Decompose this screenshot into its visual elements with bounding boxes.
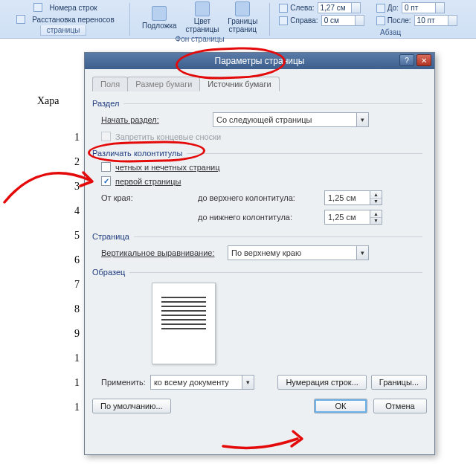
start-section-combo[interactable]: Со следующей страницы <box>213 112 369 127</box>
spacing-before: До: 0 пт <box>376 2 445 13</box>
suppress-endnotes-check <box>101 132 111 141</box>
tabs: Поля Размер бумаги Источник бумаги <box>92 77 427 91</box>
default-button[interactable]: По умолчанию... <box>92 399 171 413</box>
hyphen-label: Расстановка переносов <box>32 16 114 24</box>
pagecolor-icon <box>195 1 210 16</box>
sep <box>129 3 130 36</box>
valign-combo[interactable]: По верхнему краю <box>228 245 369 260</box>
indent-right-spin[interactable] <box>356 15 364 26</box>
group-caption-page: страницы <box>40 25 87 36</box>
start-section-value: Со следующей страницы <box>216 115 312 124</box>
first-page-check[interactable] <box>101 176 111 186</box>
indent-left-value[interactable]: 1,27 см <box>318 2 352 13</box>
preview-page <box>152 283 216 364</box>
close-button[interactable]: ✕ <box>416 54 431 66</box>
footer-distance-input[interactable]: 1,25 см <box>324 210 370 225</box>
watermark-label: Подложка <box>142 22 177 30</box>
odd-even-label: четных и нечетных страниц <box>115 163 219 172</box>
cancel-button[interactable]: Отмена <box>373 399 427 413</box>
dialog-titlebar[interactable]: Параметры страницы ? ✕ <box>85 53 434 69</box>
pageborders-icon <box>235 1 250 16</box>
line-numbers-button[interactable]: Нумерация строк... <box>277 375 366 390</box>
tab-paper-size[interactable]: Размер бумаги <box>127 77 200 91</box>
to-header-label: до верхнего колонтитула: <box>198 193 324 202</box>
indent-left: Слева: 1,27 см <box>279 2 360 13</box>
ok-button[interactable]: ОК <box>314 399 367 413</box>
apply-label: Применить: <box>101 378 146 387</box>
watermark-icon <box>152 6 167 21</box>
indent-left-icon <box>279 4 288 13</box>
header-distance-input[interactable]: 1,25 см <box>324 190 370 205</box>
pageborders-cmd[interactable]: Границы страниц <box>223 0 262 35</box>
after-value[interactable]: 10 пт <box>414 15 448 26</box>
page-setup-dialog: Параметры страницы ? ✕ Поля Размер бумаг… <box>84 52 435 455</box>
hyphenation-cmd[interactable] <box>12 13 32 25</box>
header-distance-spin[interactable]: ▲▼ <box>370 190 382 205</box>
indent-right: Справа: 0 см <box>279 15 364 26</box>
ribbon: Номера строк Расстановка переносов стран… <box>0 0 476 39</box>
first-page-label: первой страницы <box>115 177 181 186</box>
sep <box>269 3 270 36</box>
chevron-down-icon[interactable] <box>356 246 368 260</box>
spacing-after: После: 10 пт <box>376 15 457 26</box>
watermark-cmd[interactable]: Подложка <box>138 4 181 31</box>
indent-left-label: Слева: <box>290 4 314 12</box>
before-value[interactable]: 0 пт <box>402 2 436 13</box>
apply-to-value: ко всему документу <box>154 378 229 387</box>
pagecolor-cmd[interactable]: Цвет страницы <box>181 0 224 35</box>
before-label: До: <box>387 4 399 12</box>
valign-label: Вертикальное выравнивание: <box>101 248 228 257</box>
group-headers: Различать колонтитулы <box>92 149 182 158</box>
tab-paper-source[interactable]: Источник бумаги <box>199 77 279 91</box>
before-spin[interactable] <box>436 2 445 13</box>
before-icon <box>376 4 385 13</box>
dialog-title: Параметры страницы <box>215 56 305 66</box>
suppress-endnotes-label: Запретить концевые сноски <box>115 132 221 141</box>
group-page: Страница <box>92 232 129 241</box>
tab-fields[interactable]: Поля <box>92 77 128 91</box>
from-edge-label: От края: <box>101 193 176 202</box>
linenum-icon <box>33 3 42 12</box>
to-footer-label: до нижнего колонтитула: <box>198 213 324 222</box>
pagecolor-label: Цвет страницы <box>186 17 219 33</box>
indent-right-icon <box>279 16 288 25</box>
chevron-down-icon[interactable] <box>356 113 368 126</box>
start-section-label: Начать раздел: <box>101 115 213 124</box>
after-icon <box>376 16 385 25</box>
pageborders-label: Границы страниц <box>228 17 257 33</box>
indent-right-value[interactable]: 0 см <box>321 15 356 26</box>
help-button[interactable]: ? <box>399 54 414 66</box>
after-spin[interactable] <box>448 15 457 26</box>
chevron-down-icon[interactable] <box>242 376 254 389</box>
hyphen-icon <box>16 15 25 24</box>
odd-even-check[interactable] <box>101 162 111 172</box>
indent-right-label: Справа: <box>290 16 318 25</box>
group-caption-bg: Фон страницы <box>176 35 225 43</box>
indent-left-spin[interactable] <box>352 2 361 13</box>
line-numbers-cmd[interactable] <box>29 1 49 13</box>
valign-value: По верхнему краю <box>231 248 301 257</box>
linenum-label: Номера строк <box>49 4 97 12</box>
group-preview: Образец <box>92 268 125 277</box>
group-caption-para: Абзац <box>380 28 401 36</box>
after-label: После: <box>387 16 411 25</box>
footer-distance-spin[interactable]: ▲▼ <box>370 210 382 225</box>
borders-button[interactable]: Границы... <box>371 375 427 390</box>
group-section: Раздел <box>92 99 119 108</box>
apply-to-combo[interactable]: ко всему документу <box>150 375 254 390</box>
